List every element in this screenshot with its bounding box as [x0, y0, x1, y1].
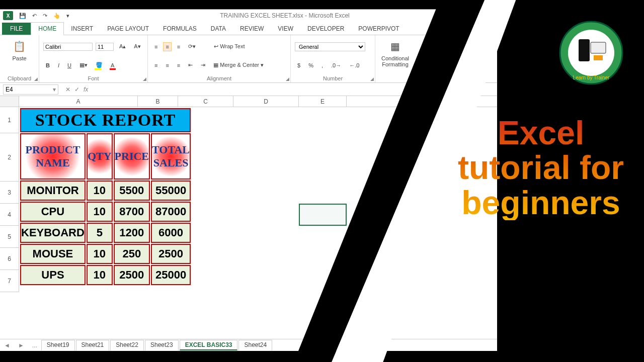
name-box[interactable]: E4 ▾	[3, 84, 58, 95]
tab-developer[interactable]: DEVELOPER	[300, 23, 351, 35]
row-header[interactable]: 2	[0, 133, 19, 182]
format-as-table-button[interactable]: ▦ Format as Table	[416, 37, 445, 68]
font-name-combo[interactable]	[43, 43, 93, 51]
row-header[interactable]: 3	[0, 182, 19, 204]
decrease-decimal-icon[interactable]: ←.0	[347, 61, 362, 70]
sheet-tab[interactable]: Sheet19	[41, 340, 75, 350]
underline-button[interactable]: U	[65, 61, 74, 70]
save-icon[interactable]: 💾	[19, 13, 26, 19]
report-data-cell[interactable]: 25000	[151, 265, 191, 285]
align-left-icon[interactable]: ≡	[152, 61, 160, 70]
row-header[interactable]: 1	[0, 107, 19, 133]
report-data-cell[interactable]: 2500	[114, 265, 150, 285]
sheet-tab[interactable]: Sheet24	[238, 340, 272, 350]
fx-icon[interactable]: fx	[84, 86, 88, 93]
report-data-cell[interactable]: 8700	[114, 202, 150, 222]
number-format-combo[interactable]: General	[295, 42, 365, 51]
increase-decimal-icon[interactable]: .0→	[329, 61, 344, 70]
row-header[interactable]: 4	[0, 204, 19, 226]
tab-data[interactable]: DATA	[204, 23, 233, 35]
conditional-formatting-button[interactable]: ▦ Conditional Formatting	[379, 37, 411, 68]
number-launcher-icon[interactable]: ◢	[370, 76, 374, 81]
report-data-cell[interactable]: 5	[87, 223, 113, 243]
tab-pagelayout[interactable]: PAGE LAYOUT	[100, 23, 156, 35]
report-data-cell[interactable]: 6000	[151, 223, 191, 243]
row-header[interactable]: 7	[0, 270, 19, 292]
fill-color-icon[interactable]: 🪣	[93, 60, 105, 70]
row-header[interactable]: 6	[0, 248, 19, 270]
column-header[interactable]: A	[19, 96, 138, 107]
report-data-cell[interactable]: KEYBOARD	[20, 223, 86, 243]
comma-button[interactable]: ,	[319, 61, 326, 70]
decrease-font-icon[interactable]: A▾	[131, 42, 143, 51]
bold-button[interactable]: B	[43, 61, 52, 70]
font-size-combo[interactable]	[96, 43, 114, 51]
alignment-launcher-icon[interactable]: ◢	[286, 76, 289, 81]
sheet-overflow[interactable]: ...	[28, 342, 41, 349]
decrease-indent-icon[interactable]: ⇤	[186, 60, 195, 70]
tab-file[interactable]: FILE	[2, 23, 31, 35]
increase-font-icon[interactable]: A▴	[117, 42, 128, 51]
report-title[interactable]: STOCK REPORT	[20, 108, 191, 132]
touch-icon[interactable]: 👆	[53, 13, 60, 19]
align-center-icon[interactable]: ≡	[163, 61, 171, 70]
report-data-cell[interactable]: UPS	[20, 265, 86, 285]
report-data-cell[interactable]: 10	[87, 265, 113, 285]
column-header[interactable]: B	[138, 96, 178, 107]
formula-bar-input[interactable]	[92, 86, 497, 93]
report-data-cell[interactable]: MOUSE	[20, 244, 86, 264]
report-header-cell[interactable]: PRICE	[114, 133, 150, 179]
report-data-cell[interactable]: 10	[87, 180, 113, 201]
font-launcher-icon[interactable]: ◢	[143, 76, 146, 81]
percent-button[interactable]: %	[306, 61, 316, 70]
report-header-cell[interactable]: QTY	[87, 133, 113, 179]
select-all-corner[interactable]	[0, 96, 19, 107]
currency-button[interactable]: $	[295, 61, 303, 70]
sheet-nav-prev-icon[interactable]: ◄	[0, 342, 14, 349]
column-header[interactable]: D	[233, 96, 299, 107]
report-data-cell[interactable]: 5500	[114, 180, 150, 201]
report-data-cell[interactable]: 1200	[114, 223, 150, 243]
tab-insert[interactable]: INSERT	[64, 23, 100, 35]
report-data-cell[interactable]: 250	[114, 244, 150, 264]
italic-button[interactable]: I	[55, 61, 62, 70]
paste-button[interactable]: 📋 Paste	[4, 37, 35, 62]
report-data-cell[interactable]: MONITOR	[20, 180, 86, 201]
align-top-icon[interactable]: ≡	[152, 42, 160, 51]
report-header-cell[interactable]: TOTALSALES	[151, 133, 191, 179]
report-data-cell[interactable]: 2500	[151, 244, 191, 264]
sheet-nav-next-icon[interactable]: ►	[14, 342, 28, 349]
row-header[interactable]: 5	[0, 226, 19, 248]
borders-icon[interactable]: ▦▾	[77, 60, 90, 70]
clipboard-launcher-icon[interactable]: ◢	[34, 76, 38, 81]
column-header[interactable]: E	[299, 96, 347, 107]
undo-icon[interactable]: ↶	[32, 13, 37, 19]
align-middle-icon[interactable]: ≡	[163, 42, 171, 51]
sheet-tab[interactable]: Sheet23	[145, 340, 179, 350]
sheet-tab[interactable]: Sheet22	[110, 340, 144, 350]
name-box-dropdown-icon[interactable]: ▾	[53, 86, 56, 93]
align-right-icon[interactable]: ≡	[175, 61, 183, 70]
tab-view[interactable]: VIEW	[271, 23, 300, 35]
report-data-cell[interactable]: 87000	[151, 202, 191, 222]
wrap-text-button[interactable]: ↩ Wrap Text	[211, 42, 247, 51]
cancel-formula-icon[interactable]: ✕	[65, 86, 70, 93]
tab-review[interactable]: REVIEW	[233, 23, 271, 35]
enter-formula-icon[interactable]: ✓	[74, 86, 79, 93]
increase-indent-icon[interactable]: ⇥	[198, 60, 208, 70]
report-data-cell[interactable]: 55000	[151, 180, 191, 201]
merge-center-button[interactable]: ▦ Merge & Center ▾	[211, 60, 266, 70]
align-bottom-icon[interactable]: ≡	[175, 42, 183, 51]
tab-formulas[interactable]: FORMULAS	[156, 23, 204, 35]
report-data-cell[interactable]: 10	[87, 202, 113, 222]
tab-home[interactable]: HOME	[31, 22, 64, 35]
tab-powerpivot[interactable]: POWERPIVOT	[351, 23, 406, 35]
report-data-cell[interactable]: CPU	[20, 202, 86, 222]
redo-icon[interactable]: ↷	[43, 13, 47, 19]
report-header-cell[interactable]: PRODUCTNAME	[20, 133, 86, 179]
orientation-icon[interactable]: ⟳▾	[186, 42, 198, 51]
sheet-tab[interactable]: EXCEL BASIC33	[180, 340, 238, 350]
font-color-icon[interactable]: A	[108, 61, 117, 70]
report-data-cell[interactable]: 10	[87, 244, 113, 264]
sheet-tab[interactable]: Sheet21	[76, 340, 110, 350]
